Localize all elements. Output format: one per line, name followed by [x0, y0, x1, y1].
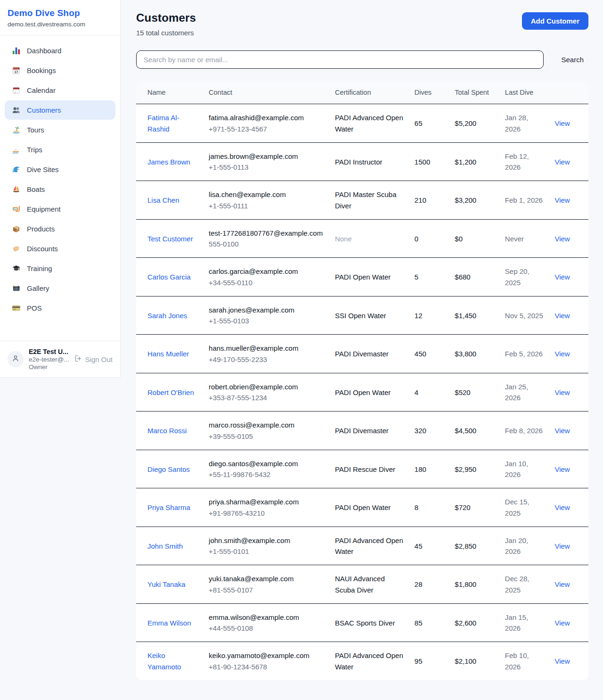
dives-cell: 28 — [409, 565, 449, 604]
total-spent-cell: $2,850 — [449, 527, 499, 565]
view-link[interactable]: View — [554, 312, 570, 320]
customer-name-link[interactable]: Lisa Chen — [147, 196, 179, 204]
view-link[interactable]: View — [554, 657, 570, 665]
certification-cell: PADI Divemaster — [329, 335, 409, 373]
customer-phone: +1-555-0101 — [209, 546, 324, 557]
view-link[interactable]: View — [554, 388, 570, 396]
customer-phone: +39-555-0105 — [209, 431, 324, 442]
customer-name-link[interactable]: Hans Mueller — [147, 350, 189, 358]
view-link[interactable]: View — [554, 465, 570, 473]
contact-cell: robert.obrien@example.com+353-87-555-123… — [203, 373, 329, 412]
customer-name-link[interactable]: Fatima Al-Rashid — [147, 114, 179, 132]
last-dive-cell: Jan 25, 2026 — [499, 373, 549, 412]
table-row: James Brownjames.brown@example.com+1-555… — [136, 142, 588, 181]
customer-name-link[interactable]: Sarah Jones — [147, 312, 187, 320]
view-link[interactable]: View — [554, 273, 570, 281]
certification-cell: PADI Advanced Open Water — [329, 527, 409, 565]
customer-name-link[interactable]: Robert O'Brien — [147, 388, 194, 396]
view-link[interactable]: View — [554, 196, 570, 204]
contact-cell: keiko.yamamoto@example.com+81-90-1234-56… — [203, 642, 329, 680]
contact-cell: hans.mueller@example.com+49-170-555-2233 — [203, 335, 329, 373]
customer-name-link[interactable]: Keiko Yamamoto — [147, 651, 181, 670]
search-input[interactable] — [136, 50, 544, 69]
view-link[interactable]: View — [554, 503, 570, 511]
last-dive-cell: Dec 28, 2025 — [499, 565, 549, 604]
certification-cell: SSI Open Water — [329, 296, 409, 335]
total-spent-cell: $5,200 — [449, 104, 499, 143]
view-link[interactable]: View — [554, 580, 570, 588]
view-link[interactable]: View — [554, 119, 570, 127]
sidebar-item-products[interactable]: Products — [5, 219, 115, 239]
customer-phone: +34-555-0110 — [209, 277, 324, 288]
customer-name-link[interactable]: Marco Rossi — [147, 427, 187, 435]
customer-email: hans.mueller@example.com — [209, 343, 324, 354]
last-dive-cell: Jan 10, 2026 — [499, 450, 549, 488]
sidebar-item-bookings[interactable]: 17Bookings — [5, 61, 115, 80]
customer-name-link[interactable]: Test Customer — [147, 235, 193, 243]
add-customer-button[interactable]: Add Customer — [522, 12, 588, 30]
certification-cell: PADI Divemaster — [329, 412, 409, 450]
view-link[interactable]: View — [554, 619, 570, 627]
sidebar-item-boats[interactable]: Boats — [5, 180, 115, 199]
total-spent-cell: $3,800 — [449, 335, 499, 373]
sidebar-item-gallery[interactable]: Gallery — [5, 279, 115, 298]
sidebar-item-dive-sites[interactable]: Dive Sites — [5, 160, 115, 179]
sidebar-item-tours[interactable]: Tours — [5, 120, 115, 140]
customer-name-link[interactable]: Yuki Tanaka — [147, 580, 186, 588]
contact-cell: emma.wilson@example.com+44-555-0108 — [203, 603, 329, 642]
column-header-contact: Contact — [203, 81, 329, 104]
customer-name-link[interactable]: John Smith — [147, 542, 183, 550]
last-dive-cell: Dec 15, 2025 — [499, 488, 549, 527]
sidebar-item-dashboard[interactable]: Dashboard — [5, 41, 115, 60]
bar-chart-icon — [11, 46, 21, 56]
customers-icon — [11, 106, 21, 115]
view-link[interactable]: View — [554, 427, 570, 435]
contact-cell: test-1772681807767@example.com555-0100 — [203, 219, 329, 258]
customer-phone: +971-55-123-4567 — [209, 124, 324, 134]
contact-cell: james.brown@example.com+1-555-0113 — [203, 142, 329, 181]
sidebar-item-customers[interactable]: Customers — [5, 100, 115, 120]
sidebar-item-calendar[interactable]: Calendar — [5, 81, 115, 100]
customer-phone: +1-555-0113 — [209, 162, 324, 173]
customer-name-link[interactable]: Emma Wilson — [147, 619, 191, 627]
table-row: Priya Sharmapriya.sharma@example.com+91-… — [136, 488, 588, 527]
search-button[interactable]: Search — [556, 52, 588, 67]
svg-text:17: 17 — [14, 70, 18, 74]
total-spent-cell: $4,500 — [449, 412, 499, 450]
customer-phone: 555-0100 — [209, 239, 324, 249]
sidebar-item-equipment[interactable]: Equipment — [5, 199, 115, 219]
customer-name-link[interactable]: Carlos Garcia — [147, 273, 191, 281]
sign-out-label: Sign Out — [85, 355, 113, 363]
contact-cell: lisa.chen@example.com+1-555-0111 — [203, 181, 329, 220]
view-link[interactable]: View — [554, 235, 570, 243]
table-row: Test Customertest-1772681807767@example.… — [136, 219, 588, 258]
page-header: Customers 15 total customers Add Custome… — [136, 11, 588, 37]
page-header-text: Customers 15 total customers — [136, 11, 196, 37]
sign-out-button[interactable]: Sign Out — [74, 354, 113, 364]
view-link[interactable]: View — [554, 158, 570, 166]
brand-name[interactable]: Demo Dive Shop — [8, 8, 113, 18]
customer-email: marco.rossi@example.com — [209, 420, 324, 430]
dives-cell: 4 — [409, 373, 449, 412]
customer-email: test-1772681807767@example.com — [209, 228, 324, 239]
sidebar-item-discounts[interactable]: Discounts — [5, 239, 115, 258]
view-link[interactable]: View — [554, 350, 570, 358]
sidebar-item-label: Calendar — [27, 86, 56, 94]
table-row: Robert O'Brienrobert.obrien@example.com+… — [136, 373, 588, 412]
table-row: John Smithjohn.smith@example.com+1-555-0… — [136, 527, 588, 565]
user-info: E2E Test U... e2e-tester@... Owner — [29, 348, 69, 371]
customer-name-link[interactable]: Diego Santos — [147, 465, 190, 473]
table-row: Yuki Tanakayuki.tanaka@example.com+81-55… — [136, 565, 588, 604]
column-header-certification: Certification — [329, 81, 409, 104]
island-icon — [11, 125, 21, 135]
sidebar-item-training[interactable]: Training — [5, 259, 115, 278]
customer-name-link[interactable]: James Brown — [147, 158, 190, 166]
customer-email: sarah.jones@example.com — [209, 305, 324, 315]
sidebar-item-pos[interactable]: POS — [5, 298, 115, 318]
customer-name-link[interactable]: Priya Sharma — [147, 503, 190, 511]
sidebar-item-trips[interactable]: Trips — [5, 140, 115, 159]
view-link[interactable]: View — [554, 542, 570, 550]
dives-cell: 180 — [409, 450, 449, 488]
last-dive-cell: Feb 10, 2026 — [499, 642, 549, 680]
column-header-name: Name — [136, 81, 203, 104]
